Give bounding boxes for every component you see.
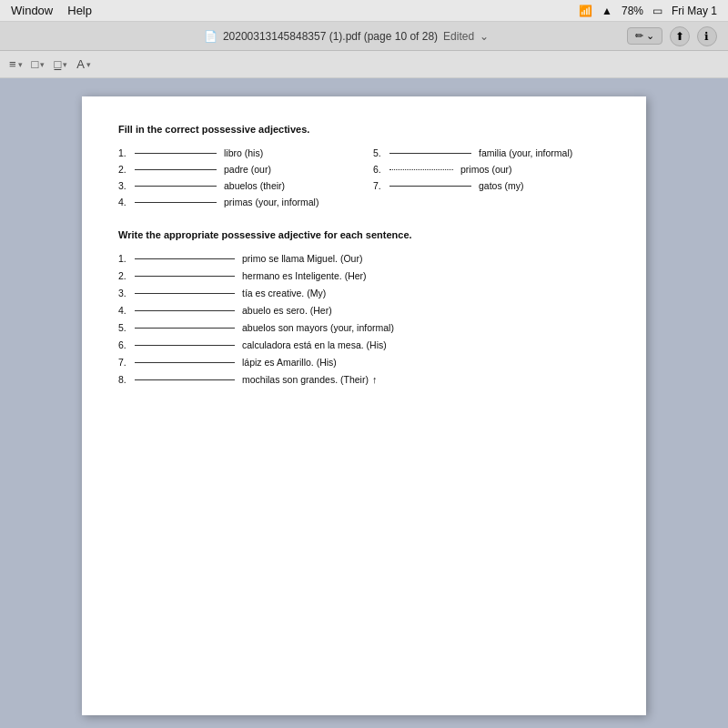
battery-indicator: ▲ — [602, 5, 612, 17]
title-dropdown-arrow[interactable]: ⌄ — [480, 30, 489, 43]
item-hint: gatos (my) — [479, 180, 524, 191]
content-area: Fill in the correct possessive adjective… — [0, 78, 728, 728]
pen-dropdown: ⌄ — [646, 30, 654, 42]
pen-button[interactable]: ✏ ⌄ — [627, 27, 662, 45]
sentence-text: primo se llama Miguel. (Our) — [242, 253, 362, 264]
box-chevron: ▾ — [40, 60, 45, 69]
toolbar2: ≡ ▾ □ ▾ □ ▾ A ▾ — [0, 51, 728, 78]
blank-input[interactable] — [135, 276, 235, 277]
help-menu[interactable]: Help — [67, 4, 92, 17]
pen-icon: ✏ — [635, 30, 643, 42]
blank-input[interactable] — [135, 310, 235, 311]
item-hint: padre (our) — [224, 164, 271, 175]
list-item: 7. gatos (my) — [373, 180, 610, 191]
section2-title: Write the appropriate possessive adjecti… — [118, 229, 610, 240]
pdf-window: 📄 20200313145848357 (1).pdf (page 10 of … — [0, 22, 728, 728]
blank-input[interactable] — [135, 362, 235, 363]
blank-input[interactable] — [135, 169, 217, 170]
sentence-text: abuelo es sero. (Her) — [242, 305, 332, 316]
blank-input[interactable] — [135, 379, 235, 380]
title-bar-right: ✏ ⌄ ⬆ ℹ — [627, 26, 717, 46]
font-icon: A — [76, 57, 85, 71]
window-menu[interactable]: Window — [11, 4, 53, 17]
blank-input[interactable] — [389, 186, 471, 187]
blank-input[interactable] — [389, 153, 471, 154]
list-item: 6. primos (our) — [373, 164, 610, 175]
battery-percentage: 78% — [622, 5, 643, 17]
item-number: 3. — [118, 288, 131, 298]
list-item: 4. abuelo es sero. (Her) — [118, 305, 610, 316]
item-hint: libro (his) — [224, 147, 263, 158]
item-number: 5. — [373, 147, 386, 158]
section1-right-col: 5. familia (your, informal) 6. primos (o… — [373, 147, 610, 207]
item-number: 7. — [373, 180, 386, 191]
list-item: 6. calculadora está en la mesa. (His) — [118, 339, 610, 350]
sentence-text: hermano es Inteligente. (Her) — [242, 270, 367, 281]
menu-bar-left: Window Help — [11, 4, 92, 17]
list-item: 4. primas (your, informal) — [118, 197, 355, 207]
sentence-text: mochilas son grandes. (Their) — [242, 374, 369, 385]
blank-input[interactable] — [135, 345, 235, 346]
list-item: 5. familia (your, informal) — [373, 147, 610, 158]
title-bar-center: 📄 20200313145848357 (1).pdf (page 10 of … — [204, 30, 489, 43]
hamburger-icon: ≡ — [9, 57, 16, 71]
list-item: 5. abuelos son mayors (your, informal) — [118, 322, 610, 333]
item-number: 1. — [118, 147, 131, 158]
share-icon: ⬆ — [675, 30, 684, 43]
file-icon: 📄 — [204, 30, 217, 43]
list-item: 3. abuelos (their) — [118, 180, 355, 191]
wifi-icon: 📶 — [579, 5, 592, 17]
sentence-text: abuelos son mayors (your, informal) — [242, 322, 394, 333]
list-item: 3. tía es creative. (My) — [118, 288, 610, 298]
draw-chevron: ▾ — [63, 60, 67, 69]
edited-badge: Edited — [443, 30, 474, 43]
item-number: 1. — [118, 253, 131, 264]
sentence-text: tía es creative. (My) — [242, 288, 326, 298]
blank-input[interactable] — [135, 202, 217, 203]
draw-icon: □ — [54, 57, 61, 71]
item-number: 4. — [118, 197, 131, 207]
item-number: 3. — [118, 180, 131, 191]
cursor-indicator: ↑ — [372, 374, 378, 385]
item-number: 2. — [118, 270, 131, 281]
section1-title: Fill in the correct possessive adjective… — [118, 124, 610, 135]
sentence-text: calculadora está en la mesa. (His) — [242, 339, 387, 350]
list-item: 7. lápiz es Amarillo. (His) — [118, 357, 610, 368]
box-toolbar-item[interactable]: □ ▾ — [32, 57, 46, 71]
list-item: 1. primo se llama Miguel. (Our) — [118, 253, 610, 264]
item-hint: familia (your, informal) — [479, 147, 572, 158]
item-number: 4. — [118, 305, 131, 316]
title-bar: 📄 20200313145848357 (1).pdf (page 10 of … — [0, 22, 728, 51]
draw-toolbar-item[interactable]: □ ▾ — [54, 57, 67, 71]
share-button[interactable]: ⬆ — [670, 26, 690, 46]
item-hint: primas (your, informal) — [224, 197, 318, 207]
date-display: Fri May 1 — [672, 5, 717, 17]
info-button[interactable]: ℹ — [697, 26, 717, 46]
blank-input[interactable] — [135, 328, 235, 329]
item-number: 6. — [373, 164, 386, 175]
menu-bar-right: 📶 ▲ 78% ▭ Fri May 1 — [579, 5, 717, 17]
list-item: 2. hermano es Inteligente. (Her) — [118, 270, 610, 281]
section1-grid: 1. libro (his) 2. padre (our) 3. abuelos… — [118, 147, 610, 207]
item-number: 5. — [118, 322, 131, 333]
menu-toolbar-item[interactable]: ≡ ▾ — [9, 57, 23, 71]
list-item: 8. mochilas son grandes. (Their) ↑ — [118, 374, 610, 385]
section2-list: 1. primo se llama Miguel. (Our) 2. herma… — [118, 253, 610, 385]
battery-icon: ▭ — [652, 5, 662, 17]
font-chevron: ▾ — [86, 60, 91, 69]
blank-input[interactable] — [135, 153, 217, 154]
blank-input[interactable] — [389, 169, 453, 170]
box-icon: □ — [32, 57, 39, 71]
item-number: 2. — [118, 164, 131, 175]
font-toolbar-item[interactable]: A ▾ — [76, 57, 91, 71]
blank-input[interactable] — [135, 258, 235, 259]
item-number: 8. — [118, 374, 131, 385]
blank-input[interactable] — [135, 293, 235, 294]
item-hint: abuelos (their) — [224, 180, 285, 191]
section1-left-col: 1. libro (his) 2. padre (our) 3. abuelos… — [118, 147, 355, 207]
menu-bar: Window Help 📶 ▲ 78% ▭ Fri May 1 — [0, 0, 728, 22]
item-number: 6. — [118, 339, 131, 350]
hamburger-chevron: ▾ — [18, 60, 23, 69]
blank-input[interactable] — [135, 186, 217, 187]
item-number: 7. — [118, 357, 131, 368]
